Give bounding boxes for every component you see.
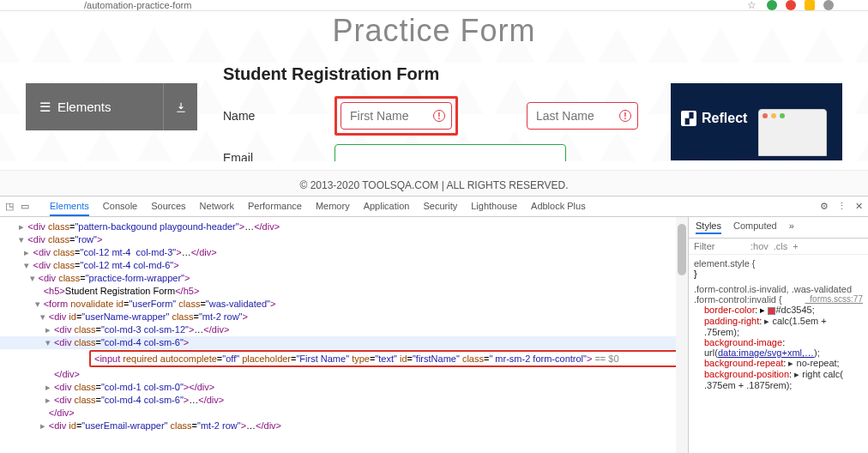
dom-line[interactable]: </div> — [0, 368, 688, 381]
grid-icon: ☰ — [39, 100, 51, 115]
cls-toggle[interactable]: .cls — [774, 241, 788, 251]
devtools-tab-network[interactable]: Network — [200, 197, 234, 216]
dom-line[interactable]: ▾<div class="col-12 mt-4 col-md-6"> — [0, 259, 688, 272]
extension-icons — [767, 0, 834, 10]
download-icon[interactable] — [163, 83, 197, 130]
close-icon[interactable]: ✕ — [855, 201, 863, 212]
dom-line[interactable]: ▸<div class="col-md-1 col-sm-0"></div> — [0, 381, 688, 394]
device-icon[interactable]: ▭ — [21, 201, 29, 212]
sidebar-label: Elements — [57, 100, 112, 114]
error-icon: ! — [619, 110, 631, 122]
form-heading: Student Registration Form — [223, 64, 645, 84]
scrollbar[interactable] — [676, 217, 688, 453]
hov-toggle[interactable]: :hov — [750, 241, 769, 251]
devtools-tab-sources[interactable]: Sources — [151, 197, 185, 216]
styles-pane: Styles Computed » :hov .cls + element.st… — [688, 217, 868, 453]
reflect-icon: ▞ — [681, 111, 696, 126]
dom-line[interactable]: </div> — [0, 407, 688, 420]
bookmark-star-icon[interactable]: ☆ — [747, 0, 756, 11]
css-rules[interactable]: element.style {}.form-control.is-invalid… — [689, 255, 868, 453]
dom-line[interactable]: ▾<div class="col-md-4 col-sm-6"> — [0, 336, 688, 349]
devtools-tab-security[interactable]: Security — [423, 197, 457, 216]
css-rule[interactable]: element.style {} — [694, 258, 863, 279]
email-input[interactable] — [335, 144, 566, 161]
ad-banner[interactable]: ▞Reflect — [671, 83, 842, 160]
email-label: Email — [223, 151, 317, 161]
browser-address-bar: /automation-practice-form ☆ — [0, 0, 868, 11]
elements-tree[interactable]: ▸<div class="pattern-backgound playgound… — [0, 217, 688, 453]
devtools-tab-console[interactable]: Console — [103, 197, 137, 216]
dom-line[interactable]: ▸<div class="col-12 mt-4 col-md-3">…</di… — [0, 246, 688, 259]
ad-window-mock — [758, 109, 827, 156]
registration-form: Student Registration Form Name ! ! Email — [223, 64, 645, 161]
page-content: Practice Form ☰ Elements Student Registr… — [0, 11, 868, 161]
dom-line[interactable]: ▸<div class="pattern-backgound playgound… — [0, 220, 688, 233]
dom-line[interactable]: ▾<div class="row"> — [0, 233, 688, 246]
more-icon[interactable]: ⋮ — [837, 201, 847, 212]
devtools-tab-adblock-plus[interactable]: Adblock Plus — [531, 197, 586, 216]
ad-brand: Reflect — [702, 111, 747, 126]
settings-gear-icon[interactable]: ⚙ — [820, 201, 829, 212]
devtools-panel: ◳ ▭ ElementsConsoleSourcesNetworkPerform… — [0, 196, 868, 453]
devtools-tab-lighthouse[interactable]: Lighthouse — [471, 197, 517, 216]
first-name-highlight: ! — [335, 96, 458, 136]
name-label: Name — [223, 109, 317, 123]
dom-line[interactable]: <input required autocomplete="off" place… — [89, 350, 681, 367]
devtools-tab-performance[interactable]: Performance — [248, 197, 302, 216]
scrollbar-thumb[interactable] — [678, 224, 686, 275]
inspect-icon[interactable]: ◳ — [5, 201, 14, 212]
devtools-tab-memory[interactable]: Memory — [316, 197, 350, 216]
dom-line[interactable]: ▸<div class="col-md-4 col-sm-6">…</div> — [0, 394, 688, 407]
styles-tabs: Styles Computed » — [689, 217, 868, 239]
dom-line[interactable]: ▾<form novalidate id="userForm" class="w… — [0, 298, 688, 311]
dom-line[interactable]: ▾<div class="practice-form-wrapper"> — [0, 272, 688, 285]
css-rule[interactable]: .form-control.is-invalid, .was-validated… — [694, 284, 863, 390]
tab-computed[interactable]: Computed — [733, 220, 777, 234]
dom-line[interactable]: ▸<div id="userEmail-wrapper" class="mt-2… — [0, 420, 688, 432]
tab-styles[interactable]: Styles — [696, 220, 721, 234]
error-icon: ! — [433, 110, 445, 122]
styles-filter-input[interactable] — [694, 241, 745, 251]
devtools-tabs: ◳ ▭ ElementsConsoleSourcesNetworkPerform… — [0, 196, 868, 217]
dom-line[interactable]: ▾<div id="userName-wrapper" class="mt-2 … — [0, 311, 688, 323]
dom-line[interactable]: ▸<div class="col-md-3 col-sm-12">…</div> — [0, 323, 688, 336]
more-tabs-icon[interactable]: » — [789, 220, 794, 234]
sidebar-elements-card[interactable]: ☰ Elements — [26, 83, 197, 130]
add-rule-icon[interactable]: + — [793, 241, 798, 251]
dom-line[interactable]: <h5>Student Registration Form</h5> — [0, 285, 688, 298]
devtools-tab-elements[interactable]: Elements — [50, 197, 89, 216]
page-title: Practice Form — [0, 13, 868, 49]
url-fragment: /automation-practice-form — [84, 0, 191, 10]
devtools-tab-application[interactable]: Application — [364, 197, 410, 216]
